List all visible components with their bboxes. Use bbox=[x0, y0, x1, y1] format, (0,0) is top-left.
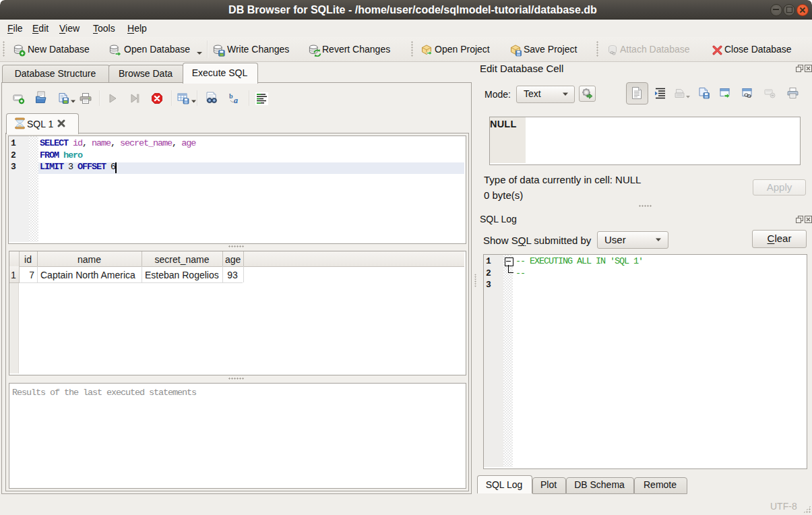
svg-text:b: b bbox=[229, 92, 233, 100]
svg-text:a: a bbox=[234, 96, 238, 104]
